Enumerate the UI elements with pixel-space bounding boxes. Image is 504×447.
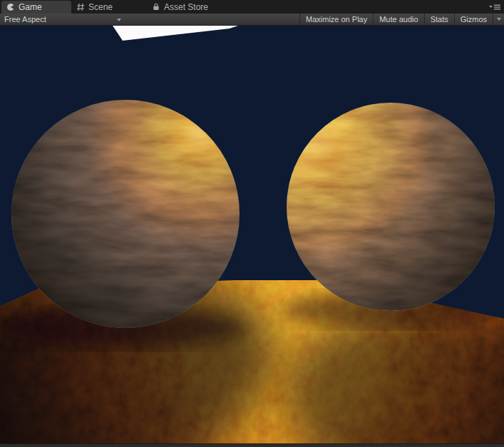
stats-button[interactable]: Stats bbox=[424, 14, 454, 25]
asset-store-icon bbox=[152, 3, 160, 11]
stats-label: Stats bbox=[431, 15, 448, 24]
right-sphere bbox=[287, 103, 495, 311]
tab-asset-store[interactable]: Asset Store bbox=[147, 1, 234, 14]
mute-audio-button[interactable]: Mute audio bbox=[373, 14, 423, 25]
tab-scene[interactable]: Scene bbox=[71, 1, 147, 14]
game-icon bbox=[6, 3, 15, 11]
gizmos-label: Gizmos bbox=[461, 15, 487, 24]
toolbar-spacer bbox=[127, 14, 299, 25]
tab-options-icon bbox=[489, 4, 500, 11]
tab-bar: Game Scene Asset Store bbox=[0, 0, 504, 14]
maximize-on-play-label: Maximize on Play bbox=[306, 15, 367, 24]
chevron-down-icon bbox=[117, 19, 121, 21]
mute-audio-label: Mute audio bbox=[379, 15, 418, 24]
tab-label: Game bbox=[19, 2, 42, 12]
scene-icon bbox=[76, 3, 85, 11]
game-view-toolbar: Free Aspect Maximize on Play Mute audio … bbox=[0, 14, 504, 26]
chevron-down-icon bbox=[497, 18, 501, 21]
game-render-viewport[interactable] bbox=[0, 26, 504, 443]
tab-options-button[interactable] bbox=[488, 3, 501, 11]
tab-game[interactable]: Game bbox=[1, 1, 71, 14]
tab-label: Asset Store bbox=[164, 2, 208, 12]
aspect-dropdown[interactable]: Free Aspect bbox=[0, 14, 127, 25]
left-sphere bbox=[11, 100, 240, 328]
window-bottom-strip bbox=[0, 443, 504, 447]
game-render bbox=[0, 26, 504, 443]
aspect-label: Free Aspect bbox=[4, 15, 46, 24]
gizmos-button[interactable]: Gizmos bbox=[454, 14, 493, 25]
unity-game-view-window: Game Scene Asset Store bbox=[0, 0, 504, 447]
gizmos-dropdown-arrow[interactable] bbox=[493, 14, 504, 25]
tab-label: Scene bbox=[88, 2, 113, 12]
maximize-on-play-button[interactable]: Maximize on Play bbox=[299, 14, 373, 25]
